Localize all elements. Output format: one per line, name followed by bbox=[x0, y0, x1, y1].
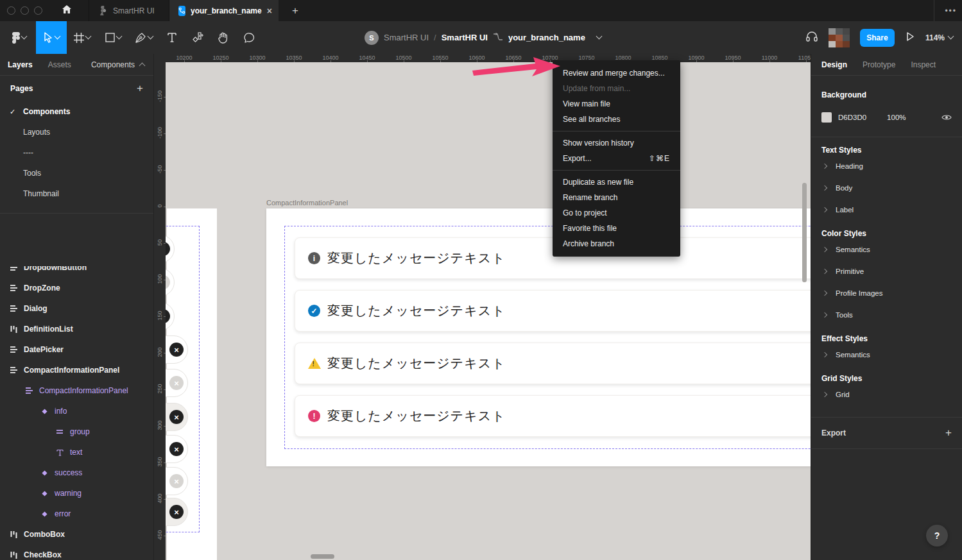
chevron-right-icon[interactable] bbox=[822, 185, 827, 191]
page-item--[interactable]: ---- bbox=[0, 142, 153, 163]
style-item-heading[interactable]: Heading bbox=[811, 155, 962, 177]
style-item-semantics[interactable]: Semantics bbox=[811, 344, 962, 366]
frame-tool[interactable] bbox=[67, 21, 98, 54]
text-tool[interactable] bbox=[159, 21, 185, 54]
ruler-label: 300 bbox=[157, 418, 163, 433]
tab-prototype[interactable]: Prototype bbox=[863, 60, 895, 69]
new-tab-button[interactable]: + bbox=[289, 4, 302, 17]
pen-tool[interactable] bbox=[128, 21, 159, 54]
style-item-label[interactable]: Label bbox=[811, 199, 962, 221]
layer-item-dialog[interactable]: Dialog bbox=[0, 298, 153, 319]
breadcrumb-file[interactable]: SmartHR UI bbox=[442, 33, 488, 42]
comment-tool[interactable] bbox=[236, 21, 262, 54]
window-controls[interactable] bbox=[7, 6, 42, 15]
menu-item-review-and-merge-changes[interactable]: Review and merge changes... bbox=[553, 65, 680, 81]
help-button[interactable]: ? bbox=[926, 525, 948, 547]
canvas[interactable]: ××××××××× CompactInformationPanel i変更したメ… bbox=[154, 54, 811, 560]
audio-headphones-icon[interactable] bbox=[805, 30, 818, 46]
chevron-right-icon[interactable] bbox=[822, 247, 827, 252]
close-tab-icon[interactable]: × bbox=[267, 6, 272, 16]
style-item-body[interactable]: Body bbox=[811, 177, 962, 199]
background-color-row[interactable]: D6D3D0 100% bbox=[821, 110, 952, 124]
layer-item-warning[interactable]: warning bbox=[0, 483, 153, 504]
style-item-grid[interactable]: Grid bbox=[811, 384, 962, 405]
window-minimize-button[interactable] bbox=[21, 6, 29, 15]
menu-item-archive-branch[interactable]: Archive branch bbox=[553, 236, 680, 251]
layer-item-error[interactable]: error bbox=[0, 504, 153, 524]
tab-design[interactable]: Design bbox=[821, 60, 847, 69]
menu-item-label: Show version history bbox=[563, 139, 634, 148]
chevron-right-icon[interactable] bbox=[822, 312, 827, 318]
user-avatar[interactable] bbox=[829, 28, 850, 47]
window-close-button[interactable] bbox=[7, 6, 15, 15]
layer-label: DropZone bbox=[24, 284, 60, 293]
page-item-thumbnail[interactable]: Thumbnail bbox=[0, 183, 153, 204]
layer-item-dropdownbutton[interactable]: DropdownButton bbox=[0, 266, 153, 278]
color-swatch[interactable] bbox=[821, 112, 832, 123]
menu-item-show-version-history[interactable]: Show version history bbox=[553, 135, 680, 151]
chevron-right-icon[interactable] bbox=[822, 269, 827, 274]
vertical-scrollbar[interactable] bbox=[802, 183, 807, 282]
window-zoom-button[interactable] bbox=[34, 6, 42, 15]
tab-assets[interactable]: Assets bbox=[40, 60, 79, 69]
add-page-button[interactable]: + bbox=[137, 82, 143, 95]
layer-item-checkbox[interactable]: CheckBox bbox=[0, 545, 153, 560]
tab-your-branch-name[interactable]: your_branch_name × bbox=[169, 0, 279, 21]
shape-tool[interactable] bbox=[98, 21, 128, 54]
page-item-layouts[interactable]: Layouts bbox=[0, 122, 153, 142]
menu-separator bbox=[553, 170, 680, 171]
pen-icon bbox=[135, 32, 146, 43]
breadcrumb-project[interactable]: SmartHR UI bbox=[384, 33, 429, 42]
layer-item-dropzone[interactable]: DropZone bbox=[0, 278, 153, 298]
menu-item-view-main-file[interactable]: View main file bbox=[553, 96, 680, 112]
background-hex[interactable]: D6D3D0 bbox=[838, 114, 866, 121]
breadcrumb-branch[interactable]: your_branch_name bbox=[508, 33, 585, 42]
layer-item-text[interactable]: text bbox=[0, 442, 153, 462]
layer-item-compactinformationpanel[interactable]: CompactInformationPanel bbox=[0, 360, 153, 380]
menu-item-go-to-project[interactable]: Go to project bbox=[553, 205, 680, 221]
style-item-primitive[interactable]: Primitive bbox=[811, 260, 962, 282]
present-play-icon[interactable] bbox=[905, 31, 915, 44]
menu-item-favorite-this-file[interactable]: Favorite this file bbox=[553, 221, 680, 236]
resources-tool[interactable] bbox=[185, 21, 210, 54]
add-export-button[interactable]: + bbox=[945, 427, 952, 439]
page-item-components[interactable]: ✓Components bbox=[0, 101, 153, 122]
menu-item-rename-branch[interactable]: Rename branch bbox=[553, 190, 680, 205]
chevron-right-icon[interactable] bbox=[822, 164, 827, 169]
menu-item-see-all-branches[interactable]: See all branches bbox=[553, 112, 680, 127]
background-opacity[interactable]: 100% bbox=[887, 114, 906, 121]
menu-item-export[interactable]: Export...⇧⌘E bbox=[553, 151, 680, 166]
eye-icon[interactable] bbox=[941, 114, 952, 121]
layer-item-group[interactable]: group bbox=[0, 421, 153, 442]
zoom-control[interactable]: 114% bbox=[925, 33, 953, 42]
layer-item-definitionlist[interactable]: DefinitionList bbox=[0, 319, 153, 339]
chevron-right-icon[interactable] bbox=[822, 207, 827, 212]
chevron-down-icon[interactable] bbox=[596, 33, 602, 40]
chevron-right-icon[interactable] bbox=[822, 291, 827, 296]
chevron-right-icon[interactable] bbox=[822, 392, 827, 397]
share-button[interactable]: Share bbox=[860, 29, 895, 47]
layer-item-combobox[interactable]: ComboBox bbox=[0, 524, 153, 545]
chevron-right-icon[interactable] bbox=[822, 352, 827, 357]
layer-item-info[interactable]: info bbox=[0, 401, 153, 421]
horizontal-scrollbar[interactable] bbox=[311, 554, 334, 559]
layer-item-success[interactable]: success bbox=[0, 462, 153, 483]
tab-smarthr-ui[interactable]: SmartHR UI bbox=[89, 0, 169, 21]
menu-item-duplicate-as-new-file[interactable]: Duplicate as new file bbox=[553, 174, 680, 190]
style-item-tools[interactable]: Tools bbox=[811, 304, 962, 326]
style-item-semantics[interactable]: Semantics bbox=[811, 239, 962, 260]
style-item-profile-images[interactable]: Profile Images bbox=[811, 282, 962, 304]
style-label: Label bbox=[836, 206, 854, 214]
layer-item-datepicker[interactable]: DatePicker bbox=[0, 339, 153, 360]
move-tool[interactable] bbox=[36, 21, 67, 54]
tab-overflow-button[interactable]: ••• bbox=[934, 0, 957, 21]
main-menu[interactable] bbox=[4, 21, 35, 54]
layer-item-compactinformationpanel[interactable]: CompactInformationPanel bbox=[0, 380, 153, 401]
tab-layers[interactable]: Layers bbox=[0, 60, 40, 69]
frame-title[interactable]: CompactInformationPanel bbox=[266, 199, 348, 207]
hand-tool[interactable] bbox=[210, 21, 236, 54]
page-selector[interactable]: Components bbox=[91, 60, 144, 69]
page-item-tools[interactable]: Tools bbox=[0, 163, 153, 183]
tab-inspect[interactable]: Inspect bbox=[911, 60, 936, 69]
home-button[interactable] bbox=[58, 0, 76, 21]
